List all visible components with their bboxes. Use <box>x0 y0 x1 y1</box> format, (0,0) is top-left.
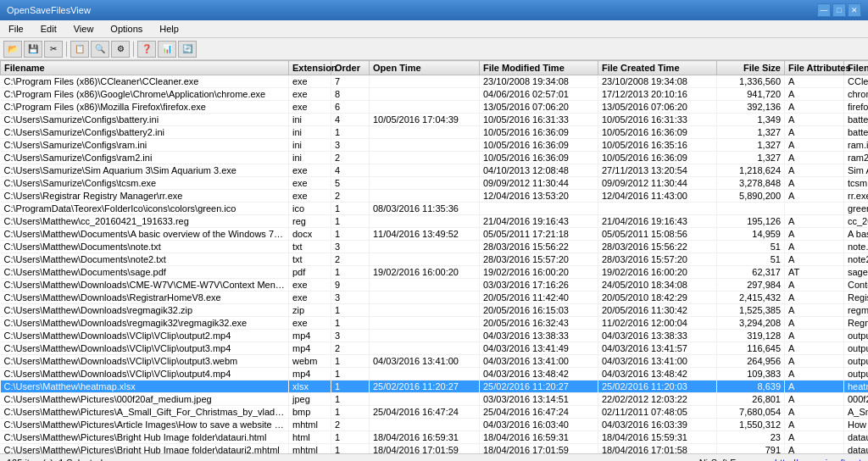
col-header-open-time[interactable]: Open Time <box>370 61 480 75</box>
toolbar-btn-5[interactable]: ⚙ <box>111 41 130 58</box>
table-row[interactable]: C:\Users\Matthew\Downloads\CME-W7V\CME-W… <box>1 279 869 292</box>
table-row[interactable]: C:\Users\Matthew\Pictures\A_Small_Gift_F… <box>1 406 869 419</box>
col-header-filename[interactable]: Filename <box>1 61 289 75</box>
maximize-button[interactable]: □ <box>832 3 846 17</box>
col-header-filename2[interactable]: Filename ^ <box>844 61 869 75</box>
cell-size: 1,349 <box>717 114 785 126</box>
table-row[interactable]: C:\Users\Matthew\Pictures\000f20af_mediu… <box>1 393 869 406</box>
menu-bar: FileEditViewOptionsHelp <box>0 20 868 38</box>
cell-size: 195,126 <box>717 215 785 228</box>
table-row[interactable]: C:\Users\Matthew\Pictures\Bright Hub Ima… <box>1 431 869 444</box>
cell-fname: green.ico <box>844 203 869 215</box>
cell-order: 1 <box>331 355 370 368</box>
cell-opentime <box>370 164 480 177</box>
cell-modified: 20/05/2016 11:42:40 <box>480 292 598 304</box>
table-row[interactable]: C:\Users\Samurize\Configs\ram.iniini310/… <box>1 139 869 152</box>
close-button[interactable]: ✕ <box>848 3 861 17</box>
table-row[interactable]: C:\Users\Samurize\Configs\battery.iniini… <box>1 114 869 126</box>
cell-opentime: 10/05/2016 17:04:39 <box>370 114 480 126</box>
table-row[interactable]: C:\Users\Matthew\cc_20160421_191633.regr… <box>1 215 869 228</box>
minimize-button[interactable]: — <box>817 3 831 17</box>
cell-filename: C:\Users\Matthew\Pictures\Article Images… <box>1 419 289 431</box>
cell-ext: ico <box>289 203 331 215</box>
cell-fname: Sim Aqu <box>844 164 869 177</box>
table-row[interactable]: C:\Users\Matthew\Documents\note2.txttxt2… <box>1 253 869 266</box>
toolbar-btn-0[interactable]: 📂 <box>3 41 22 58</box>
nirsoft-link[interactable]: http://www.nirsoft.net <box>775 458 861 462</box>
cell-created: 20/05/2010 18:42:29 <box>598 292 717 304</box>
cell-order: 1 <box>331 431 370 444</box>
toolbar-btn-8[interactable]: 🔄 <box>178 41 197 58</box>
cell-attr: A <box>785 190 844 203</box>
table-row[interactable]: C:\Users\Matthew\Documents\sage.pdfpdf11… <box>1 266 869 279</box>
cell-modified: 03/03/2016 17:16:26 <box>480 279 598 292</box>
table-row[interactable]: C:\Users\Samurize\Sim Aquarium 3\Sim Aqu… <box>1 164 869 177</box>
toolbar-btn-6[interactable]: ❓ <box>137 41 156 58</box>
col-header-created[interactable]: File Created Time <box>598 61 717 75</box>
cell-filename: C:\Users\Matthew\Pictures\Bright Hub Ima… <box>1 444 289 454</box>
toolbar-btn-7[interactable]: 📊 <box>158 41 176 58</box>
cell-order: 1 <box>331 304 370 317</box>
table-row[interactable]: C:\Program Files (x86)\Google\Chrome\App… <box>1 88 869 101</box>
col-header-modified[interactable]: File Modified Time <box>480 61 598 75</box>
cell-size: 1,327 <box>717 152 785 164</box>
cell-modified: 23/10/2008 19:34:08 <box>480 75 598 88</box>
menu-item-file[interactable]: File <box>3 22 29 36</box>
table-row[interactable]: C:\Users\Matthew\Downloads\VClip\VClip\o… <box>1 342 869 355</box>
cell-opentime <box>370 75 480 88</box>
cell-fname: Registrar <box>844 292 869 304</box>
table-row[interactable]: C:\Users\Samurize\Configs\battery2.iniin… <box>1 126 869 139</box>
cell-created: 17/12/2013 20:10:16 <box>598 88 717 101</box>
table-row[interactable]: C:\Users\Matthew\Documents\A basic overv… <box>1 228 869 241</box>
cell-filename: C:\Users\Samurize\Configs\battery2.ini <box>1 126 289 139</box>
col-header-order[interactable]: Order <box>331 61 370 75</box>
table-row[interactable]: C:\Users\Matthew\Downloads\regmagik32.zi… <box>1 304 869 317</box>
table-row[interactable]: C:\Users\Matthew\heatmap.xlsxxlsx125/02/… <box>1 380 869 393</box>
table-row[interactable]: C:\Program Files (x86)\CCleaner\CCleaner… <box>1 75 869 88</box>
cell-ext: mhtml <box>289 419 331 431</box>
file-table-body: C:\Program Files (x86)\CCleaner\CCleaner… <box>1 75 869 454</box>
table-row[interactable]: C:\Users\Matthew\Documents\note.txttxt32… <box>1 241 869 253</box>
table-row[interactable]: C:\Users\Samurize\Configs\ram2.iniini210… <box>1 152 869 164</box>
table-row[interactable]: C:\Users\Matthew\Downloads\VClip\VClip\o… <box>1 355 869 368</box>
cell-order: 3 <box>331 330 370 342</box>
cell-attr: A <box>785 380 844 393</box>
cell-created: 28/03/2016 15:57:20 <box>598 253 717 266</box>
toolbar-btn-1[interactable]: 💾 <box>24 41 42 58</box>
col-header-extension[interactable]: Extension <box>289 61 331 75</box>
cell-size: 1,327 <box>717 139 785 152</box>
cell-modified: 04/03/2016 16:03:40 <box>480 419 598 431</box>
cell-filename: C:\Program Files (x86)\Mozilla Firefox\f… <box>1 101 289 114</box>
cell-opentime <box>370 139 480 152</box>
menu-item-view[interactable]: View <box>69 22 99 36</box>
cell-size: 1,525,385 <box>717 304 785 317</box>
menu-item-help[interactable]: Help <box>154 22 184 36</box>
cell-opentime <box>370 101 480 114</box>
table-row[interactable]: C:\Users\Matthew\Downloads\VClip\VClip\o… <box>1 330 869 342</box>
cell-fname: note.txt <box>844 241 869 253</box>
table-row[interactable]: C:\Users\Matthew\Downloads\regmagik32\re… <box>1 317 869 330</box>
table-row[interactable]: C:\Users\Matthew\Pictures\Article Images… <box>1 419 869 431</box>
cell-opentime <box>370 342 480 355</box>
table-row[interactable]: C:\Users\Matthew\Downloads\RegistrarHome… <box>1 292 869 304</box>
table-row[interactable]: C:\Users\Samurize\Configs\tcsm.exeexe509… <box>1 177 869 190</box>
menu-item-edit[interactable]: Edit <box>36 22 62 36</box>
cell-ext: txt <box>289 241 331 253</box>
cell-attr <box>785 203 844 215</box>
menu-item-options[interactable]: Options <box>105 22 147 36</box>
table-row[interactable]: C:\Users\Matthew\Pictures\Bright Hub Ima… <box>1 444 869 454</box>
toolbar-btn-4[interactable]: 🔍 <box>91 41 109 58</box>
table-row[interactable]: C:\Program Files (x86)\Mozilla Firefox\f… <box>1 101 869 114</box>
col-header-attributes[interactable]: File Attributes <box>785 61 844 75</box>
cell-size: 51 <box>717 241 785 253</box>
table-row[interactable]: C:\Users\Matthew\Downloads\VClip\VClip\o… <box>1 368 869 380</box>
cell-fname: output2. <box>844 330 869 342</box>
col-header-size[interactable]: File Size <box>717 61 785 75</box>
toolbar-btn-3[interactable]: 📋 <box>70 41 89 58</box>
cell-filename: C:\Users\Matthew\Documents\note2.txt <box>1 253 289 266</box>
table-row[interactable]: C:\Users\Registrar Registry Manager\rr.e… <box>1 190 869 203</box>
table-row[interactable]: C:\ProgramData\Teorex\FolderIco\icons\co… <box>1 203 869 215</box>
cell-ext: webm <box>289 355 331 368</box>
file-list-container[interactable]: Filename Extension Order Open Time File … <box>0 60 868 453</box>
toolbar-btn-2[interactable]: ✂ <box>44 41 63 58</box>
